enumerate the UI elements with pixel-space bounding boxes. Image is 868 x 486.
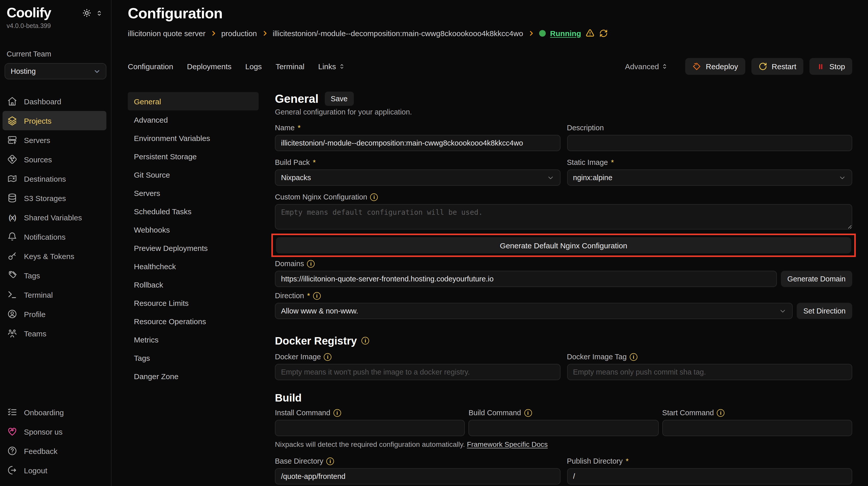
sidebar-item-onboarding[interactable]: Onboarding [0,402,111,422]
layers-icon [7,116,17,126]
tab-links[interactable]: Links [318,62,345,71]
sidebar-item-destinations[interactable]: Destinations [0,169,111,188]
advanced-dropdown[interactable]: Advanced [625,62,668,71]
sidebar-item-feedback[interactable]: Feedback [0,441,111,460]
subnav-environment-variables[interactable]: Environment Variables [128,129,259,147]
domains-input[interactable] [275,271,777,287]
description-input[interactable] [567,135,852,151]
subnav-preview-deployments[interactable]: Preview Deployments [128,239,259,257]
start-command-label: Start Command [662,409,714,417]
info-icon[interactable]: i [313,292,321,299]
info-icon[interactable]: i [334,409,341,417]
database-icon [7,193,17,203]
stop-pause-icon [816,62,825,70]
nginx-config-label: Custom Nginx Configuration [275,193,367,201]
theme-toggle-sun-icon[interactable] [83,9,91,17]
direction-select[interactable]: Allow www & non-www. [275,303,793,319]
info-icon[interactable]: i [630,353,638,361]
chevrons-up-down-icon [339,63,345,70]
build-command-input[interactable] [469,420,659,436]
redeploy-button[interactable]: Redeploy [685,58,745,75]
subnav-metrics[interactable]: Metrics [128,330,259,349]
sidebar-item-shared-variables[interactable]: (x) Shared Variables [0,207,111,227]
status-badge[interactable]: Running [550,29,581,37]
sidebar-item-sponsor[interactable]: Sponsor us [0,422,111,441]
docker-image-input[interactable] [275,364,560,380]
sidebar-item-logout[interactable]: Logout [0,460,111,480]
docker-image-tag-input[interactable] [567,364,852,380]
sidebar-item-profile[interactable]: Profile [0,304,111,324]
subnav-persistent-storage[interactable]: Persistent Storage [128,147,259,165]
static-image-select[interactable]: nginx:alpine [567,169,852,186]
subnav-danger-zone[interactable]: Danger Zone [128,367,259,385]
name-input[interactable] [275,135,560,151]
sidebar-item-projects[interactable]: Projects [3,111,106,130]
restart-button[interactable]: Restart [751,58,804,75]
publish-directory-input[interactable] [567,468,852,484]
generate-nginx-config-button[interactable]: Generate Default Nginx Configuration [276,237,851,253]
docker-image-label: Docker Image [275,353,321,361]
subnav-webhooks[interactable]: Webhooks [128,220,259,239]
tab-terminal[interactable]: Terminal [276,62,304,71]
tab-deployments[interactable]: Deployments [187,62,231,71]
sidebar-item-terminal[interactable]: Terminal [0,285,111,304]
home-icon [7,96,17,106]
key-icon [7,251,17,261]
framework-docs-link[interactable]: Framework Specific Docs [467,440,548,448]
refresh-icon[interactable] [599,29,608,37]
sidebar-item-keys-tokens[interactable]: Keys & Tokens [0,246,111,266]
info-icon[interactable]: i [524,409,532,417]
required-marker: * [611,158,614,166]
sidebar-item-dashboard[interactable]: Dashboard [0,92,111,111]
info-icon[interactable]: i [307,260,315,267]
breadcrumb-environment[interactable]: production [221,29,257,37]
subnav-advanced[interactable]: Advanced [128,110,259,129]
subnav-scheduled-tasks[interactable]: Scheduled Tasks [128,202,259,220]
team-select[interactable]: Hosting [5,63,106,79]
subnav-resource-limits[interactable]: Resource Limits [128,294,259,312]
info-icon[interactable]: i [362,337,369,345]
info-icon[interactable]: i [370,193,378,201]
nginx-config-textarea[interactable] [275,204,852,229]
brand-logo: Coolify [7,5,51,21]
info-icon[interactable]: i [324,353,332,361]
breadcrumb: illicitonion quote server production ill… [128,29,852,38]
logout-icon [7,465,17,475]
subnav-general[interactable]: General [128,92,259,110]
build-pack-select[interactable]: Nixpacks [275,169,560,186]
set-direction-button[interactable]: Set Direction [797,303,852,319]
save-button[interactable]: Save [324,92,353,106]
subnav-healthcheck[interactable]: Healthcheck [128,257,259,275]
sidebar-item-servers[interactable]: Servers [0,130,111,150]
sidebar-item-sources[interactable]: Sources [0,150,111,169]
checklist-icon [7,407,17,417]
section-title-build: Build [275,391,852,404]
sidebar-item-tags[interactable]: Tags [0,266,111,285]
sidebar-item-teams[interactable]: Teams [0,324,111,343]
subnav-rollback[interactable]: Rollback [128,275,259,294]
tab-configuration[interactable]: Configuration [128,62,173,71]
sidebar-footer: Onboarding Sponsor us Feedback Logout [0,402,111,480]
tab-logs[interactable]: Logs [245,62,262,71]
install-command-label: Install Command [275,409,331,417]
subnav-resource-operations[interactable]: Resource Operations [128,312,259,330]
breadcrumb-project[interactable]: illicitonion quote server [128,29,206,37]
subnav-git-source[interactable]: Git Source [128,165,259,184]
warning-triangle-icon [586,29,595,38]
sidebar-item-notifications[interactable]: Notifications [0,227,111,246]
required-marker: * [298,124,300,132]
start-command-input[interactable] [662,420,852,436]
stop-button[interactable]: Stop [809,58,852,75]
subnav-servers[interactable]: Servers [128,184,259,202]
page-title: Configuration [128,5,852,22]
subnav-tags[interactable]: Tags [128,349,259,367]
info-icon[interactable]: i [326,457,334,465]
base-directory-input[interactable] [275,468,560,484]
chevron-down-icon [547,174,554,182]
sidebar-item-s3-storages[interactable]: S3 Storages [0,188,111,207]
generate-domain-button[interactable]: Generate Domain [781,271,852,287]
install-command-input[interactable] [275,420,465,436]
chevrons-up-down-icon[interactable] [96,9,103,17]
info-icon[interactable]: i [717,409,724,417]
server-icon [7,135,17,145]
